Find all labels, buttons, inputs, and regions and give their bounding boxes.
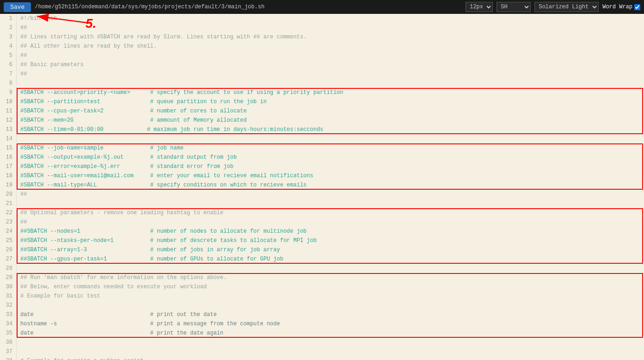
code-line [20,338,640,347]
line-number: 25 [4,236,12,245]
line-number: 4 [4,42,12,51]
line-number: 3 [4,32,12,42]
code-line: # Example for basic test [20,292,640,301]
code-line: #SBATCH --mem=2G # ammount of Memory all… [20,116,640,125]
line-number: 11 [4,106,12,116]
code-line: #SBATCH --cpus-per-task=2 # number of co… [20,106,640,116]
code-line: # Example for running a python script [20,356,640,360]
word-wrap-text: Word Wrap [602,4,632,10]
line-number: 10 [4,97,12,106]
code-line: ## [20,190,640,199]
line-number: 22 [4,208,12,217]
code-line: ##SBATCH --gpus-per-task=1 # number of G… [20,254,640,264]
save-button[interactable]: Save [4,2,31,12]
code-line: ## [20,217,640,227]
word-wrap-checkbox[interactable] [634,4,640,10]
line-number: 37 [4,347,12,356]
line-number: 15 [4,143,12,153]
line-number: 28 [4,264,12,273]
line-number: 8 [4,79,12,88]
code-line: #SBATCH --time=0-01:00:00 # maximum job … [20,125,640,134]
code-line: ## [20,69,640,79]
line-number: 6 [4,60,12,69]
code-line [20,134,640,143]
code-line: #SBATCH --job-name=sample # job name [20,143,640,153]
code-line [20,301,640,310]
line-number: 7 [4,69,12,79]
code-line: ## All other lines are read by the shell… [20,42,640,51]
code-line: #SBATCH --output=example-%j.out # standa… [20,153,640,162]
code-line: ## Lines starting with #SBATCH are read … [20,32,640,42]
code-line: ##SBATCH --nodes=1 # number of nodes to … [20,227,640,236]
line-number: 34 [4,319,12,329]
line-number: 2 [4,23,12,32]
line-number: 32 [4,301,12,310]
line-number: 17 [4,162,12,171]
code-line: hostname -s # print a message from the c… [20,319,640,329]
code-line: #SBATCH --mail-type=ALL # specify condit… [20,180,640,190]
language-select[interactable]: SH Python Text [497,2,531,12]
code-line: ## [20,51,640,60]
line-numbers: 1234567891011121314151617181920212223242… [0,14,17,360]
line-number: 24 [4,227,12,236]
line-number: 35 [4,329,12,338]
line-number: 31 [4,292,12,301]
line-number: 16 [4,153,12,162]
code-line: ## Optional parameters - remove one lead… [20,208,640,217]
code-line [20,264,640,273]
word-wrap-label: Word Wrap [602,4,640,10]
filepath-label: /home/g52h115/ondemand/data/sys/myjobs/p… [35,4,462,10]
line-number: 36 [4,338,12,347]
line-number: 13 [4,125,12,134]
code-line: date # print the date again [20,329,640,338]
code-line: ## Basic parameters [20,60,640,69]
code-line: #!/bin/bash [20,14,640,23]
line-number: 27 [4,254,12,264]
line-number: 18 [4,171,12,180]
editor-area: 1234567891011121314151617181920212223242… [0,14,644,360]
font-size-select[interactable]: 12px 14px 16px [466,2,493,12]
code-line: #SBATCH --error=example-%j.err # standar… [20,162,640,171]
code-line: #SBATCH --account=priority-<name> # spec… [20,88,640,97]
code-line: #SBATCH --mail-user=email@mail.com # ent… [20,171,640,180]
code-line: date # print out the date [20,310,640,319]
line-number: 9 [4,88,12,97]
line-number: 12 [4,116,12,125]
code-line [20,79,640,88]
line-number: 33 [4,310,12,319]
code-line [20,199,640,208]
line-number: 21 [4,199,12,208]
code-line: ##SBATCH --ntasks-per-node=1 # number of… [20,236,640,245]
code-line: ##SBATCH --array=1-3 # number of jobs in… [20,245,640,254]
code-line: ## [20,23,640,32]
line-number: 14 [4,134,12,143]
line-number: 38 [4,356,12,360]
line-number: 23 [4,217,12,227]
theme-select[interactable]: Solarized Light Solarized Dark Monokai [534,2,599,12]
line-number: 26 [4,245,12,254]
code-line [20,347,640,356]
line-number: 1 [4,14,12,23]
code-line: #SBATCH --partition=test # queue partiti… [20,97,640,106]
toolbar: Save /home/g52h115/ondemand/data/sys/myj… [0,0,644,14]
line-number: 30 [4,282,12,292]
code-area[interactable]: #!/bin/bash#### Lines starting with #SBA… [17,14,644,360]
line-number: 29 [4,273,12,282]
code-line: ## Run 'man sbatch' for more information… [20,273,640,282]
code-line: ## Below, enter commands needed to execu… [20,282,640,292]
line-number: 5 [4,51,12,60]
line-number: 20 [4,190,12,199]
line-number: 19 [4,180,12,190]
